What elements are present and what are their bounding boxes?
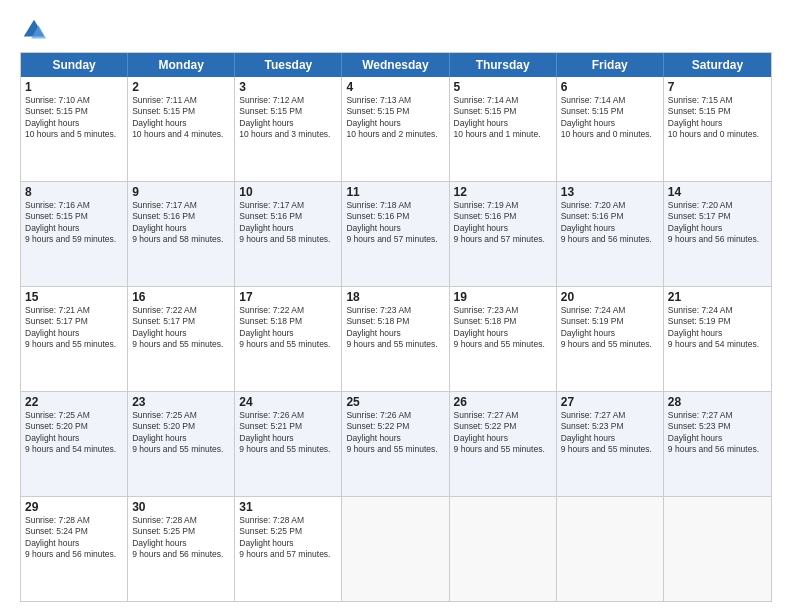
cell-info: Sunrise: 7:13 AM Sunset: 5:15 PM Dayligh… (346, 95, 444, 141)
calendar-header: SundayMondayTuesdayWednesdayThursdayFrid… (21, 53, 771, 77)
cal-cell: 24 Sunrise: 7:26 AM Sunset: 5:21 PM Dayl… (235, 392, 342, 496)
cell-info: Sunrise: 7:14 AM Sunset: 5:15 PM Dayligh… (454, 95, 552, 141)
cal-cell: 21 Sunrise: 7:24 AM Sunset: 5:19 PM Dayl… (664, 287, 771, 391)
cal-cell: 1 Sunrise: 7:10 AM Sunset: 5:15 PM Dayli… (21, 77, 128, 181)
cell-info: Sunrise: 7:15 AM Sunset: 5:15 PM Dayligh… (668, 95, 767, 141)
cell-info: Sunrise: 7:27 AM Sunset: 5:23 PM Dayligh… (668, 410, 767, 456)
day-number: 29 (25, 500, 123, 514)
cal-cell: 14 Sunrise: 7:20 AM Sunset: 5:17 PM Dayl… (664, 182, 771, 286)
cal-cell: 3 Sunrise: 7:12 AM Sunset: 5:15 PM Dayli… (235, 77, 342, 181)
day-number: 5 (454, 80, 552, 94)
cal-cell: 30 Sunrise: 7:28 AM Sunset: 5:25 PM Dayl… (128, 497, 235, 601)
cell-info: Sunrise: 7:20 AM Sunset: 5:16 PM Dayligh… (561, 200, 659, 246)
day-number: 31 (239, 500, 337, 514)
cell-info: Sunrise: 7:23 AM Sunset: 5:18 PM Dayligh… (346, 305, 444, 351)
cal-header-day: Wednesday (342, 53, 449, 77)
cell-info: Sunrise: 7:26 AM Sunset: 5:21 PM Dayligh… (239, 410, 337, 456)
cal-row: 22 Sunrise: 7:25 AM Sunset: 5:20 PM Dayl… (21, 391, 771, 496)
cell-info: Sunrise: 7:25 AM Sunset: 5:20 PM Dayligh… (132, 410, 230, 456)
cell-info: Sunrise: 7:24 AM Sunset: 5:19 PM Dayligh… (561, 305, 659, 351)
cell-info: Sunrise: 7:16 AM Sunset: 5:15 PM Dayligh… (25, 200, 123, 246)
cell-info: Sunrise: 7:17 AM Sunset: 5:16 PM Dayligh… (239, 200, 337, 246)
day-number: 22 (25, 395, 123, 409)
day-number: 12 (454, 185, 552, 199)
cell-info: Sunrise: 7:25 AM Sunset: 5:20 PM Dayligh… (25, 410, 123, 456)
cal-cell: 9 Sunrise: 7:17 AM Sunset: 5:16 PM Dayli… (128, 182, 235, 286)
cell-info: Sunrise: 7:23 AM Sunset: 5:18 PM Dayligh… (454, 305, 552, 351)
cal-cell (664, 497, 771, 601)
cal-cell: 17 Sunrise: 7:22 AM Sunset: 5:18 PM Dayl… (235, 287, 342, 391)
cell-info: Sunrise: 7:28 AM Sunset: 5:25 PM Dayligh… (132, 515, 230, 561)
day-number: 18 (346, 290, 444, 304)
logo-icon (20, 16, 48, 44)
cal-cell (450, 497, 557, 601)
day-number: 2 (132, 80, 230, 94)
cal-cell: 11 Sunrise: 7:18 AM Sunset: 5:16 PM Dayl… (342, 182, 449, 286)
cal-row: 29 Sunrise: 7:28 AM Sunset: 5:24 PM Dayl… (21, 496, 771, 601)
cal-cell: 22 Sunrise: 7:25 AM Sunset: 5:20 PM Dayl… (21, 392, 128, 496)
cal-cell: 8 Sunrise: 7:16 AM Sunset: 5:15 PM Dayli… (21, 182, 128, 286)
cal-cell: 12 Sunrise: 7:19 AM Sunset: 5:16 PM Dayl… (450, 182, 557, 286)
day-number: 25 (346, 395, 444, 409)
cell-info: Sunrise: 7:28 AM Sunset: 5:25 PM Dayligh… (239, 515, 337, 561)
cal-cell: 18 Sunrise: 7:23 AM Sunset: 5:18 PM Dayl… (342, 287, 449, 391)
day-number: 9 (132, 185, 230, 199)
cal-cell: 13 Sunrise: 7:20 AM Sunset: 5:16 PM Dayl… (557, 182, 664, 286)
cell-info: Sunrise: 7:22 AM Sunset: 5:18 PM Dayligh… (239, 305, 337, 351)
day-number: 14 (668, 185, 767, 199)
cal-cell: 16 Sunrise: 7:22 AM Sunset: 5:17 PM Dayl… (128, 287, 235, 391)
cell-info: Sunrise: 7:10 AM Sunset: 5:15 PM Dayligh… (25, 95, 123, 141)
cal-cell: 28 Sunrise: 7:27 AM Sunset: 5:23 PM Dayl… (664, 392, 771, 496)
cal-cell: 29 Sunrise: 7:28 AM Sunset: 5:24 PM Dayl… (21, 497, 128, 601)
cal-header-day: Tuesday (235, 53, 342, 77)
day-number: 13 (561, 185, 659, 199)
calendar-body: 1 Sunrise: 7:10 AM Sunset: 5:15 PM Dayli… (21, 77, 771, 601)
day-number: 3 (239, 80, 337, 94)
day-number: 15 (25, 290, 123, 304)
day-number: 17 (239, 290, 337, 304)
cell-info: Sunrise: 7:12 AM Sunset: 5:15 PM Dayligh… (239, 95, 337, 141)
day-number: 4 (346, 80, 444, 94)
cell-info: Sunrise: 7:22 AM Sunset: 5:17 PM Dayligh… (132, 305, 230, 351)
cell-info: Sunrise: 7:18 AM Sunset: 5:16 PM Dayligh… (346, 200, 444, 246)
cell-info: Sunrise: 7:19 AM Sunset: 5:16 PM Dayligh… (454, 200, 552, 246)
cell-info: Sunrise: 7:20 AM Sunset: 5:17 PM Dayligh… (668, 200, 767, 246)
cell-info: Sunrise: 7:26 AM Sunset: 5:22 PM Dayligh… (346, 410, 444, 456)
cal-cell: 5 Sunrise: 7:14 AM Sunset: 5:15 PM Dayli… (450, 77, 557, 181)
cell-info: Sunrise: 7:17 AM Sunset: 5:16 PM Dayligh… (132, 200, 230, 246)
cal-cell: 20 Sunrise: 7:24 AM Sunset: 5:19 PM Dayl… (557, 287, 664, 391)
cell-info: Sunrise: 7:24 AM Sunset: 5:19 PM Dayligh… (668, 305, 767, 351)
cell-info: Sunrise: 7:28 AM Sunset: 5:24 PM Dayligh… (25, 515, 123, 561)
day-number: 23 (132, 395, 230, 409)
cal-cell (557, 497, 664, 601)
logo (20, 16, 52, 44)
day-number: 11 (346, 185, 444, 199)
cal-header-day: Thursday (450, 53, 557, 77)
cal-header-day: Saturday (664, 53, 771, 77)
header (20, 16, 772, 44)
cell-info: Sunrise: 7:27 AM Sunset: 5:23 PM Dayligh… (561, 410, 659, 456)
cal-cell: 15 Sunrise: 7:21 AM Sunset: 5:17 PM Dayl… (21, 287, 128, 391)
day-number: 10 (239, 185, 337, 199)
cal-row: 8 Sunrise: 7:16 AM Sunset: 5:15 PM Dayli… (21, 181, 771, 286)
day-number: 1 (25, 80, 123, 94)
cal-cell: 19 Sunrise: 7:23 AM Sunset: 5:18 PM Dayl… (450, 287, 557, 391)
cal-cell: 7 Sunrise: 7:15 AM Sunset: 5:15 PM Dayli… (664, 77, 771, 181)
cell-info: Sunrise: 7:27 AM Sunset: 5:22 PM Dayligh… (454, 410, 552, 456)
day-number: 16 (132, 290, 230, 304)
cell-info: Sunrise: 7:11 AM Sunset: 5:15 PM Dayligh… (132, 95, 230, 141)
day-number: 20 (561, 290, 659, 304)
day-number: 30 (132, 500, 230, 514)
cal-header-day: Friday (557, 53, 664, 77)
cal-header-day: Sunday (21, 53, 128, 77)
day-number: 8 (25, 185, 123, 199)
cal-row: 15 Sunrise: 7:21 AM Sunset: 5:17 PM Dayl… (21, 286, 771, 391)
day-number: 7 (668, 80, 767, 94)
page: SundayMondayTuesdayWednesdayThursdayFrid… (0, 0, 792, 612)
cal-cell: 4 Sunrise: 7:13 AM Sunset: 5:15 PM Dayli… (342, 77, 449, 181)
day-number: 28 (668, 395, 767, 409)
cal-header-day: Monday (128, 53, 235, 77)
day-number: 24 (239, 395, 337, 409)
cal-cell: 23 Sunrise: 7:25 AM Sunset: 5:20 PM Dayl… (128, 392, 235, 496)
cal-cell (342, 497, 449, 601)
